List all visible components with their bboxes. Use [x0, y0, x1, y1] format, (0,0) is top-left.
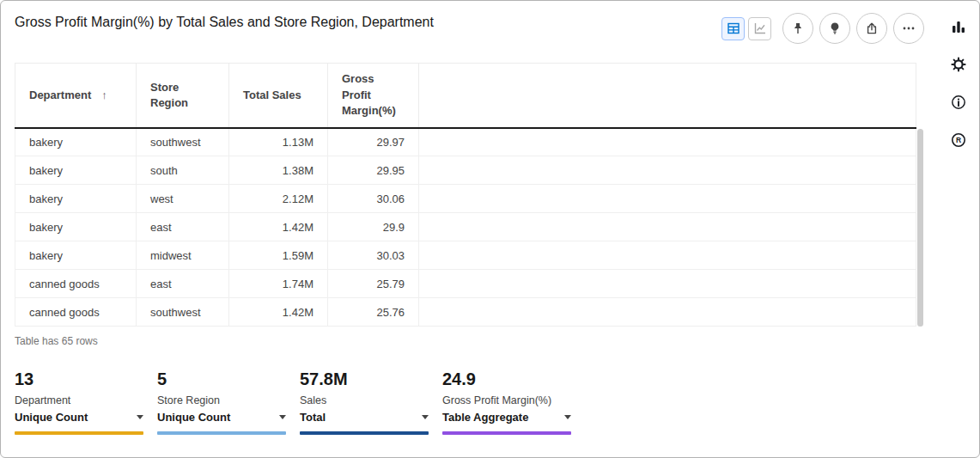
table-row[interactable]: canned goods east 1.74M 25.79: [15, 270, 916, 298]
card-label: Gross Profit Margin(%): [442, 394, 571, 406]
pin-icon: [791, 21, 805, 35]
insights-button[interactable]: [819, 13, 850, 44]
sort-ascending-icon: ↑: [101, 89, 107, 101]
column-label: Department: [29, 89, 91, 101]
toolbar: [721, 13, 924, 44]
table-row[interactable]: bakery south 1.38M 29.95: [15, 156, 916, 185]
line-chart-icon: [753, 21, 767, 35]
table-icon: [727, 21, 740, 35]
cell-filler: [419, 185, 916, 213]
more-actions-button[interactable]: [893, 13, 924, 44]
info-icon: [951, 95, 966, 110]
column-header-total-sales[interactable]: Total Sales: [229, 64, 328, 128]
pin-button[interactable]: [782, 13, 813, 44]
charts-rail-button[interactable]: [945, 13, 972, 40]
chevron-down-icon[interactable]: [564, 415, 571, 419]
table-view-button[interactable]: [721, 17, 745, 40]
card-aggregate: Unique Count: [15, 411, 88, 424]
summary-card-gross-profit-margin: 24.9 Gross Profit Margin(%) Table Aggreg…: [442, 369, 571, 435]
chart-view-button[interactable]: [748, 17, 771, 40]
summary-card-sales: 57.8M Sales Total: [300, 369, 429, 435]
cell-department: bakery: [15, 156, 137, 185]
chevron-down-icon[interactable]: [137, 415, 143, 419]
cell-total-sales: 1.42M: [229, 298, 328, 327]
card-aggregate: Unique Count: [157, 411, 230, 424]
card-color-bar: [15, 431, 143, 435]
table-row[interactable]: bakery southwest 1.13M 29.97: [15, 128, 916, 156]
column-header-store-region[interactable]: Store Region: [137, 64, 229, 128]
column-label: Gross Profit Margin(%): [342, 72, 396, 116]
summary-card-department: 13 Department Unique Count: [15, 369, 143, 435]
cell-gross-profit-margin: 29.97: [328, 128, 419, 156]
cell-filler: [419, 156, 916, 185]
summary-cards: 13 Department Unique Count 5 Store Regio…: [15, 369, 571, 435]
cell-total-sales: 1.42M: [229, 213, 328, 241]
cell-store-region: west: [137, 185, 229, 213]
chevron-down-icon[interactable]: [422, 415, 429, 419]
scrollbar-thumb[interactable]: [917, 129, 923, 327]
cell-store-region: southwest: [137, 298, 229, 327]
table-row[interactable]: bakery midwest 1.59M 30.03: [15, 241, 916, 270]
cell-gross-profit-margin: 25.79: [328, 270, 419, 298]
chevron-down-icon[interactable]: [279, 415, 286, 419]
cell-department: bakery: [15, 185, 137, 213]
cell-total-sales: 1.59M: [229, 241, 328, 270]
cell-filler: [419, 128, 916, 156]
cell-gross-profit-margin: 30.03: [328, 241, 419, 270]
summary-card-store-region: 5 Store Region Unique Count: [157, 369, 286, 435]
card-value: 24.9: [442, 369, 571, 389]
column-header-gross-profit-margin[interactable]: Gross Profit Margin(%): [328, 64, 419, 128]
right-rail: R: [943, 13, 974, 154]
cell-total-sales: 1.38M: [229, 156, 328, 185]
table-row[interactable]: bakery west 2.12M 30.06: [15, 185, 916, 213]
cell-filler: [419, 241, 916, 270]
bar-chart-icon: [951, 19, 966, 34]
table-row[interactable]: canned goods southwest 1.42M 25.76: [15, 298, 916, 327]
cell-total-sales: 1.74M: [229, 270, 328, 298]
gear-icon: [951, 57, 966, 72]
column-label: Store Region: [150, 81, 188, 109]
card-label: Department: [15, 394, 143, 406]
crm-logo-letter: R: [956, 136, 961, 144]
column-header-department[interactable]: Department↑: [15, 64, 137, 128]
card-label: Sales: [300, 394, 429, 406]
cell-gross-profit-margin: 30.06: [328, 185, 419, 213]
column-label: Total Sales: [243, 89, 301, 101]
cell-gross-profit-margin: 25.76: [328, 298, 419, 327]
card-color-bar: [157, 431, 286, 435]
ellipsis-icon: [902, 21, 916, 35]
cell-department: bakery: [15, 241, 137, 270]
card-label: Store Region: [157, 394, 286, 406]
share-button[interactable]: [856, 13, 887, 44]
analytics-lens: Gross Profit Margin(%) by Total Sales an…: [0, 0, 980, 458]
cell-store-region: east: [137, 270, 229, 298]
card-aggregate: Total: [300, 411, 326, 424]
cell-store-region: east: [137, 213, 229, 241]
settings-rail-button[interactable]: [945, 51, 972, 78]
card-value: 57.8M: [300, 369, 429, 389]
info-rail-button[interactable]: [945, 89, 972, 116]
page-title: Gross Profit Margin(%) by Total Sales an…: [15, 15, 434, 30]
filler-header-cell: [419, 64, 916, 128]
cell-total-sales: 1.13M: [229, 128, 328, 156]
table-scrollbar[interactable]: [917, 129, 923, 327]
data-table: Department↑ Store Region Total Sales Gro…: [15, 63, 916, 327]
cell-store-region: midwest: [137, 241, 229, 270]
cell-department: bakery: [15, 128, 137, 156]
crm-analytics-icon: R: [951, 132, 966, 148]
card-color-bar: [300, 431, 429, 435]
cell-gross-profit-margin: 29.9: [328, 213, 419, 241]
cell-total-sales: 2.12M: [229, 185, 328, 213]
cell-department: canned goods: [15, 298, 137, 327]
cell-gross-profit-margin: 29.95: [328, 156, 419, 185]
share-icon: [865, 21, 879, 35]
cell-filler: [419, 298, 916, 327]
cell-store-region: southwest: [137, 128, 229, 156]
card-value: 13: [15, 369, 143, 389]
crm-analytics-rail-button[interactable]: R: [945, 126, 972, 154]
cell-store-region: south: [137, 156, 229, 185]
table-row[interactable]: bakery east 1.42M 29.9: [15, 213, 916, 241]
lightbulb-icon: [828, 21, 842, 35]
cell-filler: [419, 270, 916, 298]
cell-filler: [419, 213, 916, 241]
